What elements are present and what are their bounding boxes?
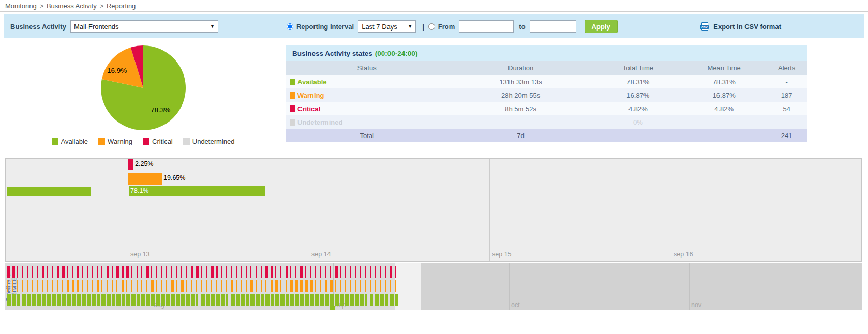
reporting-interval-select[interactable]: Last 7 Days ▼ [358, 20, 416, 33]
timeline-tick [246, 266, 247, 278]
timeline-tick [126, 294, 130, 306]
col-header-total-time: Total Time [594, 61, 682, 75]
timeline-tick [7, 294, 11, 306]
timeline-overview-strip[interactable]: Timeline © SIMILE augsepoctnov [5, 263, 862, 310]
timeline-bar-warning [128, 173, 162, 185]
timeline-tick [57, 280, 58, 292]
timeline-tick [32, 294, 36, 306]
duration-cell: 8h 5m 52s [447, 102, 593, 115]
pie-available-label: 78.3% [151, 106, 170, 114]
timeline-tick [310, 280, 313, 292]
status-color-square [290, 92, 295, 99]
business-activity-select[interactable]: Mail-Frontends ▼ [70, 20, 218, 33]
mean-time-cell: 16.87% [682, 88, 766, 102]
timeline-tick [271, 266, 273, 278]
timeline-tick [82, 280, 83, 292]
timeline-tick [241, 266, 242, 278]
legend-item-warning: Warning [98, 138, 132, 145]
col-header-duration: Duration [447, 61, 593, 75]
timeline-tick [77, 294, 81, 306]
status-cell: Critical [286, 102, 447, 115]
timeline-tick [286, 280, 287, 292]
timeline-tick [131, 266, 132, 278]
day-gridline [309, 159, 309, 261]
timeline-tick [12, 280, 13, 292]
mean-time-cell: 78.31% [682, 75, 766, 88]
timeline-tick [82, 266, 83, 278]
timeline-tick [47, 280, 48, 292]
legend-item-critical: Critical [143, 138, 173, 145]
timeline-tick [181, 294, 185, 306]
timeline-tick [201, 280, 202, 292]
states-panel: Business Activity states (00:00-24:00) S… [286, 45, 807, 142]
timeline-tick [47, 294, 51, 306]
timeline-tick [350, 266, 351, 278]
breadcrumb-monitoring[interactable]: Monitoring [5, 2, 37, 10]
mean-time-cell: 4.82% [682, 102, 766, 115]
timeline-tick [286, 266, 288, 278]
timeline-tick [97, 266, 98, 278]
timeline-tick [176, 294, 180, 306]
timeline-tick [320, 280, 321, 292]
timeline-tick [226, 294, 228, 306]
timeline-tick [261, 280, 262, 292]
timeline-bar-available [129, 186, 265, 196]
timeline-tick [161, 294, 166, 306]
total-alerts-cell: 241 [766, 129, 807, 142]
timeline-tick [310, 294, 315, 306]
custom-range-radio[interactable] [428, 23, 435, 30]
to-date-input[interactable] [530, 20, 576, 33]
timeline-tick [271, 280, 273, 292]
timeline-tick [300, 280, 303, 292]
timeline-tick [72, 280, 74, 292]
states-panel-header: Business Activity states (00:00-24:00) [286, 45, 807, 61]
timeline-bar-available-previous-interval- [7, 187, 91, 196]
timeline-tick [330, 266, 331, 278]
timeline-tick [390, 280, 391, 292]
timeline-tick [231, 280, 233, 292]
timeline-tick [116, 280, 117, 292]
business-activity-selected-value: Mail-Frontends [74, 23, 119, 31]
timeline-tick [191, 266, 193, 278]
timeline-tick [206, 266, 207, 278]
breadcrumb-business-activity[interactable]: Business Activity [47, 2, 97, 10]
timeline-tick [280, 280, 281, 292]
timeline-tick [141, 280, 142, 292]
timeline-tick [126, 280, 127, 292]
states-table: Status Duration Total Time Mean Time Ale… [286, 61, 807, 142]
timeline-tick [385, 280, 386, 292]
duration-cell: 28h 20m 55s [447, 88, 593, 102]
day-label: sep 15 [492, 251, 512, 258]
timeline-tick [141, 266, 142, 278]
timeline-tick [72, 294, 76, 306]
timeline-tick [315, 266, 316, 278]
interval-group: Reporting Interval Last 7 Days ▼ | From … [287, 20, 618, 33]
timeline-tick [32, 280, 33, 292]
timeline-tick [256, 280, 257, 292]
reporting-interval-radio[interactable] [287, 23, 293, 30]
timeline-tick [340, 280, 341, 292]
from-label: From [438, 23, 455, 31]
apply-button[interactable]: Apply [585, 20, 618, 33]
timeline-tick [320, 294, 324, 306]
export-csv-button[interactable]: csv Export in CSV format [700, 22, 781, 31]
timeline-tick [166, 294, 170, 306]
timeline-tick [236, 266, 237, 278]
timeline-tick [87, 294, 91, 306]
from-date-input[interactable] [459, 20, 514, 33]
timeline-tick [246, 280, 247, 292]
timeline-tick [171, 266, 172, 278]
timeline-tick [87, 280, 88, 292]
timeline-tick [62, 280, 63, 292]
breadcrumb-reporting[interactable]: Reporting [107, 2, 136, 10]
timeline-tick [246, 294, 250, 306]
timeline-tick [350, 280, 351, 292]
day-label: sep 14 [311, 251, 331, 258]
legend-label: Undetermined [192, 138, 235, 145]
legend-swatch [98, 138, 105, 145]
timeline-tick [171, 294, 175, 306]
timeline-tick [305, 280, 308, 292]
timeline-tick [27, 280, 28, 292]
timeline-tick [221, 266, 222, 278]
timeline-tick [141, 294, 145, 306]
